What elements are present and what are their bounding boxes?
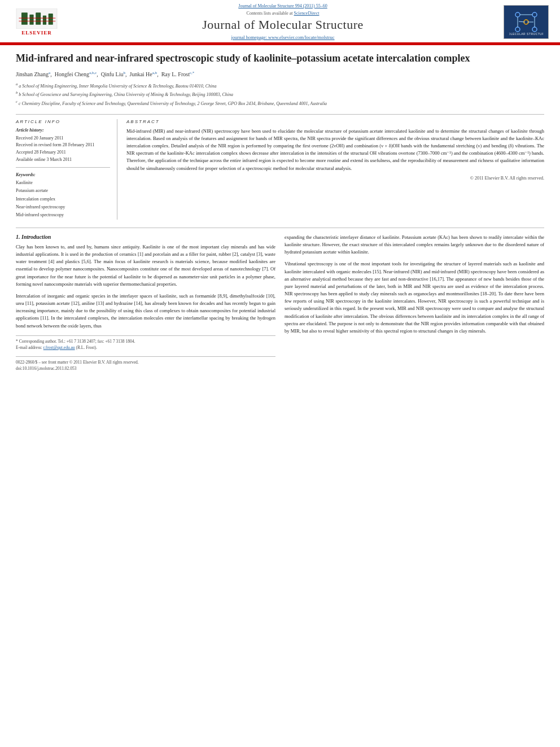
elsevier-brand: ELSEVIER: [21, 30, 52, 36]
svg-rect-7: [19, 20, 56, 21]
article-info-col: ARTICLE INFO Article history: Received 2…: [16, 119, 117, 220]
keyword-3: Intercalation complex: [16, 195, 110, 203]
footnote-corresponding: * Corresponding author. Tel.: +61 7 3138…: [16, 338, 275, 344]
journal-header: ELSEVIER Journal of Molecular Structure …: [0, 0, 560, 43]
info-divider: [16, 167, 110, 168]
affil-1: a a School of Mining Engineering, Inner …: [16, 81, 544, 90]
author-hongfei: Hongfei Cheng: [55, 72, 89, 78]
author-jinshan: Jinshan Zhang: [16, 72, 49, 78]
sciencedirect-link[interactable]: ScienceDirect: [294, 11, 320, 16]
available-date: Available online 3 March 2011: [16, 156, 110, 164]
received-date: Received 20 January 2011: [16, 135, 110, 142]
affiliations: a a School of Mining Engineering, Inner …: [16, 81, 544, 107]
bottom-bar: 0022-2860/$ – see front matter © 2011 El…: [16, 356, 275, 372]
doi-line: doi:10.1016/j.molstruc.2011.02.053: [16, 365, 275, 372]
red-divider: [0, 43, 560, 45]
keyword-1: Kaolinite: [16, 179, 110, 187]
svg-rect-2: [29, 14, 33, 24]
section1-right-para1: expanding the characteristic interlayer …: [285, 234, 544, 256]
journal-logo-img: MOLECULAR STRUCTURE: [509, 6, 543, 37]
section1-para2: Intercalation of inorganic and organic s…: [16, 292, 275, 330]
journal-title-main: Journal of Molecular Structure: [62, 18, 504, 32]
author-qinfu: Qinfu Liu: [101, 72, 124, 78]
author-ray: Ray L. Frost: [161, 72, 190, 78]
email-suffix: (R.L. Frost).: [76, 345, 97, 350]
affil-b: b: [123, 71, 125, 75]
keywords-label: Keywords:: [16, 172, 110, 177]
authors-line: Jinshan Zhanga, Hongfei Chenga,b,c, Qinf…: [16, 71, 544, 77]
abstract-label: ABSTRACT: [126, 119, 544, 124]
article-body: Mid-infrared and near-infrared spectrosc…: [0, 52, 560, 372]
history-label: Article history:: [16, 128, 110, 133]
body-col-left: 1. Introduction Clay has been known to, …: [16, 234, 275, 372]
affil-a: a: [49, 71, 50, 75]
footnote-email: E-mail address: r.frost@qut.edu.au (R.L.…: [16, 344, 275, 351]
revised-date: Received in revised form 28 February 201…: [16, 142, 110, 149]
keyword-4: Near-infrared spectroscopy: [16, 203, 110, 211]
abstract-text: Mid-infrared (MIR) and near-infrared (NI…: [126, 128, 544, 172]
issn-line: 0022-2860/$ – see front matter © 2011 El…: [16, 359, 275, 365]
article-info-label: ARTICLE INFO: [16, 119, 110, 124]
section1-right-para2: Vibrational spectroscopy is one of the m…: [285, 260, 544, 335]
keyword-5: Mid-infrared spectroscopy: [16, 211, 110, 219]
email-label: E-mail address:: [16, 345, 42, 350]
keyword-2: Potassium acetate: [16, 187, 110, 195]
affil-3: c c Chemistry Discipline, Faculty of Sci…: [16, 99, 544, 107]
section1-heading: 1. Introduction: [16, 234, 275, 240]
affil-c-star: c,*: [190, 71, 194, 75]
article-info-abstract: ARTICLE INFO Article history: Received 2…: [16, 114, 544, 220]
elsevier-logo: ELSEVIER: [11, 8, 62, 36]
journal-logo-right: MOLECULAR STRUCTURE: [504, 5, 549, 39]
accepted-date: Accepted 28 February 2011: [16, 149, 110, 156]
svg-rect-4: [43, 15, 46, 24]
journal-title-block: Journal of Molecular Structure 994 (2011…: [62, 3, 504, 40]
article-title: Mid-infrared and near-infrared spectrosc…: [16, 52, 544, 65]
affil-abc: a,b,c: [89, 71, 97, 75]
article-history: Article history: Received 20 January 201…: [16, 128, 110, 164]
svg-rect-6: [19, 18, 56, 19]
svg-text:MOLECULAR STRUCTURE: MOLECULAR STRUCTURE: [509, 32, 543, 36]
body-col-right: expanding the characteristic interlayer …: [285, 234, 544, 372]
journal-homepage[interactable]: journal homepage: www.elsevier.com/locat…: [62, 34, 504, 40]
contents-line: Contents lists available at ScienceDirec…: [62, 11, 504, 16]
author-junkai: Junkai He: [129, 72, 152, 78]
svg-rect-5: [49, 14, 53, 25]
contents-text: Contents lists available at: [247, 11, 293, 16]
elsevier-logo-svg: [14, 8, 59, 29]
footnote-section: * Corresponding author. Tel.: +61 7 3138…: [16, 335, 275, 351]
keywords-section: Keywords: Kaolinite Potassium acetate In…: [16, 172, 110, 220]
email-link[interactable]: r.frost@qut.edu.au: [43, 345, 75, 350]
main-body: 1. Introduction Clay has been known to, …: [16, 228, 544, 372]
affil-ab: a,b: [152, 71, 157, 75]
abstract-col: ABSTRACT Mid-infrared (MIR) and near-inf…: [126, 119, 544, 220]
copyright-line: © 2011 Elsevier B.V. All rights reserved…: [126, 176, 544, 181]
section1-para1: Clay has been known to, and used by, hum…: [16, 243, 275, 288]
page-wrapper: ELSEVIER Journal of Molecular Structure …: [0, 0, 560, 747]
affil-2: b b School of Geoscience and Surveying E…: [16, 90, 544, 98]
journal-ref-line: Journal of Molecular Structure 994 (2011…: [62, 3, 504, 8]
